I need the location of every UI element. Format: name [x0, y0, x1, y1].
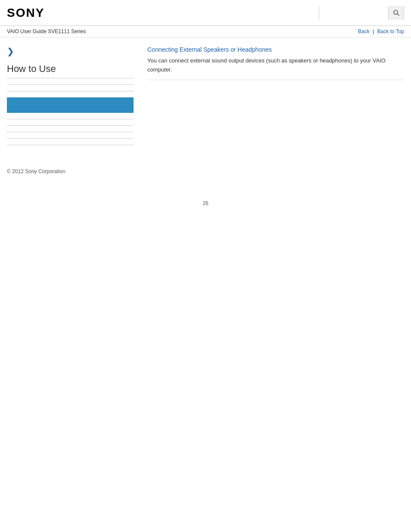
svg-line-1: [397, 14, 399, 16]
sidebar-section-title: How to Use: [7, 63, 134, 78]
nav-bar: VAIO User Guide SVE1111 Series Back | Ba…: [0, 26, 411, 37]
sidebar-divider-5: [7, 132, 134, 132]
sidebar-arrow-icon: ❯: [7, 46, 134, 56]
nav-links: Back | Back to Top: [358, 28, 404, 34]
sidebar-divider-2: [7, 91, 134, 91]
main-content: ❯ How to Use Connecting External Speaker…: [0, 37, 411, 160]
sidebar-divider-6: [7, 138, 134, 139]
sidebar-divider-1: [7, 84, 134, 85]
sidebar-divider-3: [7, 119, 134, 119]
content-description: You can connect external sound output de…: [147, 56, 404, 80]
sidebar-divider-7: [7, 145, 134, 145]
svg-point-0: [394, 10, 398, 14]
sidebar: ❯ How to Use: [7, 46, 140, 151]
sidebar-divider-4: [7, 125, 134, 126]
page-number: 26: [0, 200, 411, 215]
search-icon: [393, 9, 400, 16]
back-link[interactable]: Back: [358, 28, 370, 34]
content-main-link[interactable]: Connecting External Speakers or Headphon…: [147, 46, 404, 53]
sidebar-highlight-item[interactable]: [7, 97, 134, 113]
content-area: Connecting External Speakers or Headphon…: [140, 46, 404, 151]
footer: © 2012 Sony Corporation: [0, 160, 411, 183]
guide-title: VAIO User Guide SVE1111 Series: [7, 28, 86, 34]
search-box: [319, 6, 404, 20]
search-button[interactable]: [388, 6, 404, 20]
search-input[interactable]: [319, 6, 388, 20]
back-to-top-link[interactable]: Back to Top: [377, 28, 404, 34]
sony-logo: SONY: [7, 6, 44, 20]
copyright-text: © 2012 Sony Corporation: [7, 168, 65, 174]
header: SONY: [0, 0, 411, 26]
nav-separator: |: [373, 28, 374, 34]
